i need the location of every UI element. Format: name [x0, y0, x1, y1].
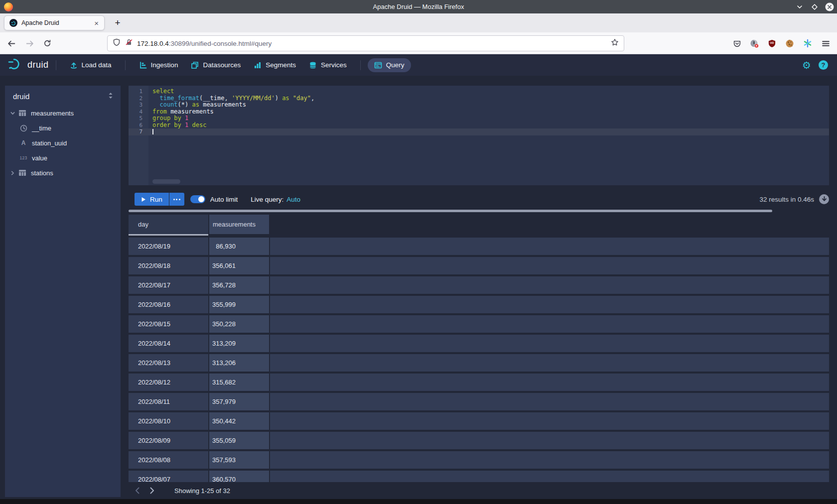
tree-item-stations[interactable]: stations — [5, 165, 121, 180]
nav-divider — [56, 60, 56, 70]
cell-measurements[interactable]: 86,930 — [209, 238, 269, 255]
ublock-extension-icon[interactable]: UO — [767, 39, 776, 48]
cell-day[interactable]: 2022/08/13 — [129, 354, 208, 372]
table-row: 2022/08/18356,061 — [129, 257, 829, 274]
column-header-measurements[interactable]: measurements — [209, 215, 269, 234]
cell-measurements[interactable]: 355,059 — [209, 432, 269, 449]
window-title: Apache Druid — Mozilla Firefox — [0, 3, 837, 10]
auto-limit-toggle[interactable] — [190, 195, 205, 203]
schema-name: druid — [13, 92, 29, 101]
download-icon[interactable] — [819, 194, 829, 204]
cell-day[interactable]: 2022/08/09 — [129, 432, 208, 449]
table-row: 2022/08/14313,209 — [129, 335, 829, 352]
cell-day[interactable]: 2022/08/17 — [129, 276, 208, 294]
nav-item-query[interactable]: Query — [368, 58, 411, 72]
close-button[interactable] — [825, 2, 834, 11]
cell-measurements[interactable]: 356,061 — [209, 257, 269, 274]
nav-divider — [125, 60, 126, 70]
cell-measurements[interactable]: 355,999 — [209, 296, 269, 313]
query-view: 1select2 time_format(__time, 'YYYY/MM/dd… — [129, 86, 829, 499]
menu-button[interactable] — [821, 39, 830, 48]
query-icon — [374, 61, 382, 69]
new-tab-button[interactable]: + — [111, 15, 125, 30]
url-host: 172.18.0.4 — [137, 40, 169, 47]
tab-close-button[interactable]: × — [93, 19, 100, 27]
minimize-button[interactable] — [795, 2, 804, 11]
cookie-extension-icon[interactable] — [785, 39, 794, 48]
url-path: :30899/unified-console.html#query — [169, 40, 272, 47]
cell-measurements[interactable]: 360,570 — [209, 471, 269, 482]
cell-day[interactable]: 2022/08/10 — [129, 412, 208, 430]
cell-measurements[interactable]: 313,209 — [209, 335, 269, 352]
nav-item-load-data[interactable]: Load data — [63, 58, 118, 72]
bookmark-star-icon[interactable] — [611, 38, 619, 48]
sql-editor[interactable]: 1select2 time_format(__time, 'YYYY/MM/dd… — [129, 86, 829, 185]
column-header-day[interactable]: day — [129, 215, 208, 234]
privacy-extension-icon[interactable] — [750, 39, 759, 48]
tree-item-value[interactable]: 123value — [5, 150, 121, 165]
settings-gear-icon[interactable]: ⚙ — [802, 60, 811, 70]
cell-measurements[interactable]: 350,228 — [209, 315, 269, 333]
tracking-protection-shield-icon[interactable] — [113, 38, 121, 48]
cell-measurements[interactable]: 356,728 — [209, 276, 269, 294]
app-nav: Load dataIngestionDatasourcesSegmentsSer… — [49, 58, 411, 72]
auto-limit-label: Auto limit — [210, 196, 238, 203]
desktop-background — [0, 499, 837, 504]
next-page-button[interactable] — [147, 486, 156, 495]
editor-line-7: 7 — [129, 128, 829, 135]
forward-button[interactable] — [25, 39, 34, 48]
cell-measurements[interactable]: 350,442 — [209, 412, 269, 430]
url-bar[interactable]: 172.18.0.4:30899/unified-console.html#qu… — [107, 35, 624, 51]
table-hscrollbar[interactable] — [129, 210, 772, 212]
cell-measurements[interactable]: 357,593 — [209, 451, 269, 469]
back-button[interactable] — [7, 39, 16, 48]
prev-page-button[interactable] — [133, 486, 141, 495]
druid-console: druid Load dataIngestionDatasourcesSegme… — [0, 54, 837, 499]
schema-tree: measurements__timeAstation_uuid123values… — [5, 106, 121, 180]
cell-measurements[interactable]: 315,682 — [209, 374, 269, 391]
editor-line-3: 3 count(*) as measurements — [129, 102, 829, 109]
editor-hscrollbar[interactable] — [152, 179, 180, 184]
double-caret-sort-icon[interactable] — [108, 92, 114, 101]
browser-tab[interactable]: Apache Druid × — [4, 15, 105, 30]
maximize-button[interactable] — [810, 2, 819, 11]
cell-measurements[interactable]: 313,206 — [209, 354, 269, 372]
chevron-right-icon[interactable] — [9, 170, 16, 176]
cell-day[interactable]: 2022/08/14 — [129, 335, 208, 352]
chevron-down-icon[interactable] — [9, 111, 16, 116]
results-info: 32 results in 0.46s — [759, 196, 814, 203]
results-table-header: day measurements — [129, 215, 829, 234]
run-button[interactable]: Run — [135, 193, 169, 206]
tab-title: Apache Druid — [21, 19, 93, 26]
cell-day[interactable]: 2022/08/15 — [129, 315, 208, 333]
containers-extension-icon[interactable] — [803, 39, 812, 48]
run-more-button[interactable] — [169, 193, 184, 206]
help-icon[interactable]: ? — [819, 60, 828, 70]
live-query-value[interactable]: Auto — [286, 196, 300, 203]
cell-day[interactable]: 2022/08/19 — [129, 238, 208, 255]
insecure-lock-icon[interactable] — [125, 38, 133, 48]
nav-item-segments[interactable]: Segments — [247, 58, 302, 72]
url-text[interactable]: 172.18.0.4:30899/unified-console.html#qu… — [137, 40, 611, 47]
tree-item-measurements[interactable]: measurements — [5, 106, 121, 121]
results-table-body: 2022/08/1986,9302022/08/18356,0612022/08… — [129, 238, 829, 482]
cell-measurements[interactable]: 357,979 — [209, 393, 269, 410]
druid-wordmark: druid — [27, 60, 49, 70]
tree-item-station_uuid[interactable]: Astation_uuid — [5, 135, 121, 150]
reload-button[interactable] — [43, 39, 52, 48]
cell-day[interactable]: 2022/08/18 — [129, 257, 208, 274]
run-bar: Run Auto limit Live query: Auto 32 resul… — [129, 192, 829, 207]
pocket-icon[interactable] — [732, 39, 741, 48]
cell-day[interactable]: 2022/08/12 — [129, 374, 208, 391]
nav-item-services[interactable]: Services — [302, 58, 353, 72]
cell-day[interactable]: 2022/08/16 — [129, 296, 208, 313]
cell-day[interactable]: 2022/08/08 — [129, 451, 208, 469]
nav-item-ingestion[interactable]: Ingestion — [133, 58, 185, 72]
cell-day[interactable]: 2022/08/11 — [129, 393, 208, 410]
table-icon — [18, 169, 27, 176]
table-row: 2022/08/16355,999 — [129, 296, 829, 313]
tree-item-__time[interactable]: __time — [5, 121, 121, 135]
editor-line-5: 5group by 1 — [129, 115, 829, 122]
nav-item-datasources[interactable]: Datasources — [184, 58, 247, 72]
cell-day[interactable]: 2022/08/07 — [129, 471, 208, 482]
